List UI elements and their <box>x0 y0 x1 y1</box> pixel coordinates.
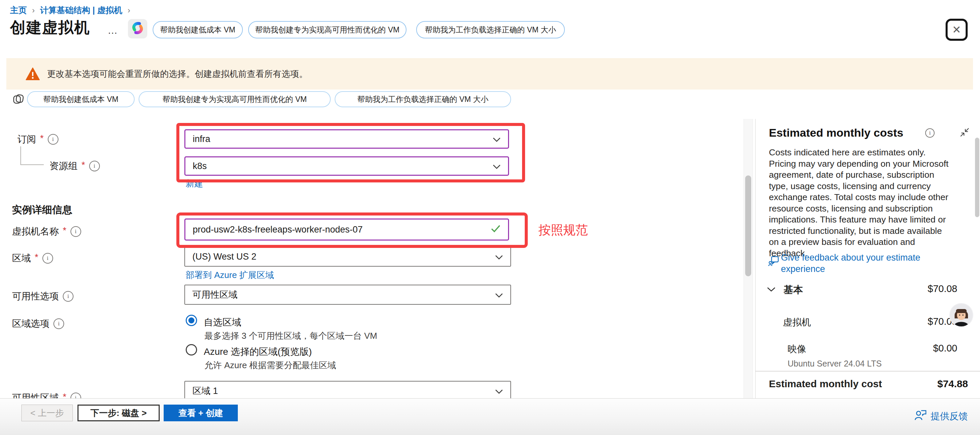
warning-icon <box>26 67 40 81</box>
chevron-down-icon <box>495 290 503 300</box>
info-icon[interactable]: i <box>53 319 64 329</box>
cost-group-amount: $70.08 <box>928 283 957 294</box>
availability-zone-dropdown[interactable]: 区域 1 <box>185 381 511 401</box>
next-step-disks-button[interactable]: 下一步: 磁盘 > <box>78 405 160 421</box>
copilot-suggestion-right-size[interactable]: 帮助我为工作负载选择正确的 VM 大小 <box>416 21 565 38</box>
provide-feedback-link[interactable]: 提供反馈 <box>915 409 968 423</box>
close-button-annotation: ✕ <box>946 19 968 41</box>
page-title: 创建虚拟机 <box>10 18 90 38</box>
create-vm-page: 主页 › 计算基础结构 | 虚拟机 › 创建虚拟机 … 帮助我创建低成本 <box>0 0 980 435</box>
estimated-costs-panel: Estimated monthly costs i Costs indicate… <box>755 119 980 398</box>
info-icon[interactable]: i <box>63 291 73 302</box>
region-value: (US) West US 2 <box>192 252 256 262</box>
valid-check-icon <box>491 225 501 235</box>
radio-azure-selected-zones-desc: 允许 Azure 根据需要分配最佳区域 <box>204 360 336 371</box>
radio-self-selected-zones[interactable] <box>186 315 197 326</box>
tree-connector <box>21 164 44 165</box>
subscription-label: 订阅 * i <box>18 133 59 146</box>
copilot-suggestion-right-size[interactable]: 帮助我为工作负载选择正确的 VM 大小 <box>335 91 511 107</box>
deploy-extended-zone-link[interactable]: 部署到 Azure 扩展区域 <box>186 269 274 281</box>
main-scrollbar-thumb[interactable] <box>745 175 751 276</box>
chevron-down-icon <box>495 252 503 262</box>
chevron-down-icon <box>493 161 501 171</box>
cost-item-sub: Ubuntu Server 24.04 LTS <box>788 359 882 368</box>
chevron-right-icon: › <box>127 6 130 15</box>
required-asterisk: * <box>35 252 38 263</box>
info-icon[interactable]: i <box>43 253 53 264</box>
breadcrumb-home[interactable]: 主页 <box>10 5 27 16</box>
resource-group-dropdown[interactable]: k8s <box>185 156 509 176</box>
estimate-feedback-link[interactable]: Give feedback about your estimate experi… <box>781 252 941 275</box>
copilot-suggestion-low-cost[interactable]: 帮助我创建低成本 VM <box>27 91 135 107</box>
total-cost-label: Estimated monthly cost <box>769 378 882 390</box>
vm-name-value: prod-usw2-k8s-freeleaps-worker-nodes-07 <box>193 225 363 235</box>
collapse-panel-icon[interactable] <box>960 127 969 138</box>
chevron-down-icon <box>495 386 503 396</box>
availability-options-dropdown[interactable]: 可用性区域 <box>185 285 511 305</box>
info-icon[interactable]: i <box>89 161 100 171</box>
costs-panel-description: Costs indicated here are estimates only.… <box>769 147 953 259</box>
vm-name-label: 虚拟机名称 * i <box>12 225 81 238</box>
tree-connector <box>21 147 21 164</box>
divider <box>756 371 980 371</box>
resource-group-value: k8s <box>193 161 207 171</box>
availability-options-value: 可用性区域 <box>192 288 237 301</box>
warning-banner: 更改基本选项可能会重置所做的选择。创建虚拟机前查看所有选项。 <box>6 58 973 89</box>
provide-feedback-label: 提供反馈 <box>931 410 968 423</box>
instance-details-header: 实例详细信息 <box>12 203 72 217</box>
copilot-outline-icon <box>12 93 25 105</box>
chevron-down-icon[interactable] <box>767 287 776 293</box>
copilot-suggestion-low-cost[interactable]: 帮助我创建低成本 VM <box>153 21 243 38</box>
copilot-suggestion-high-availability[interactable]: 帮助我创建专为实现高可用性而优化的 VM <box>248 21 407 38</box>
required-asterisk: * <box>81 160 85 170</box>
avatar[interactable] <box>949 303 973 327</box>
subscription-dropdown[interactable]: infra <box>185 129 509 149</box>
cost-item-amount: $0.00 <box>933 343 957 354</box>
cost-group-name: 基本 <box>784 283 803 297</box>
region-dropdown[interactable]: (US) West US 2 <box>185 247 511 267</box>
feedback-person-icon <box>915 409 927 423</box>
overflow-menu-icon[interactable]: … <box>108 25 118 36</box>
vm-name-input[interactable]: prod-usw2-k8s-freeleaps-worker-nodes-07 <box>185 218 509 241</box>
warning-banner-text: 更改基本选项可能会重置所做的选择。创建虚拟机前查看所有选项。 <box>47 68 308 80</box>
close-icon[interactable]: ✕ <box>952 23 961 36</box>
zone-options-label: 区域选项 i <box>12 317 64 330</box>
availability-options-label: 可用性选项 i <box>12 290 73 303</box>
feedback-bubbles-icon <box>768 256 779 268</box>
total-cost-amount: $74.88 <box>937 378 968 390</box>
info-icon[interactable]: i <box>70 226 81 237</box>
breadcrumb: 主页 › 计算基础结构 | 虚拟机 › <box>10 5 130 16</box>
info-icon[interactable]: i <box>48 134 59 145</box>
review-create-button[interactable]: 查看 + 创建 <box>164 405 238 421</box>
chevron-down-icon <box>493 134 501 144</box>
radio-self-selected-zones-label[interactable]: 自选区域 <box>204 316 241 329</box>
radio-self-selected-zones-desc: 最多选择 3 个可用性区域，每个区域一台 VM <box>204 330 377 342</box>
required-asterisk: * <box>63 226 67 236</box>
chevron-right-icon: › <box>32 6 35 15</box>
previous-step-button[interactable]: < 上一步 <box>21 405 73 421</box>
resource-group-label: 资源组 * i <box>49 160 100 172</box>
costs-panel-title: Estimated monthly costs <box>769 126 903 139</box>
vm-name-annotation-text: 按照规范 <box>538 222 588 239</box>
required-asterisk: * <box>40 133 44 143</box>
cost-item-name: 虚拟机 <box>783 316 811 329</box>
radio-azure-selected-zones-label[interactable]: Azure 选择的区域(预览版) <box>204 346 312 358</box>
availability-zone-value: 区域 1 <box>192 385 218 397</box>
cost-item-name: 映像 <box>788 343 806 355</box>
panel-scrollbar-thumb[interactable] <box>975 138 979 217</box>
subscription-value: infra <box>193 134 210 144</box>
breadcrumb-virtual-machines[interactable]: 计算基础结构 | 虚拟机 <box>40 5 122 16</box>
radio-azure-selected-zones[interactable] <box>186 344 197 355</box>
copilot-icon <box>131 21 144 36</box>
footer: < 上一步 下一步: 磁盘 > 查看 + 创建 提供反馈 <box>0 398 980 435</box>
create-new-resource-group-link[interactable]: 新建 <box>186 178 203 190</box>
copilot-button[interactable] <box>128 19 147 38</box>
region-label: 区域 * i <box>12 252 53 265</box>
info-icon[interactable]: i <box>925 128 935 138</box>
copilot-suggestion-high-availability[interactable]: 帮助我创建专为实现高可用性而优化的 VM <box>138 91 331 107</box>
